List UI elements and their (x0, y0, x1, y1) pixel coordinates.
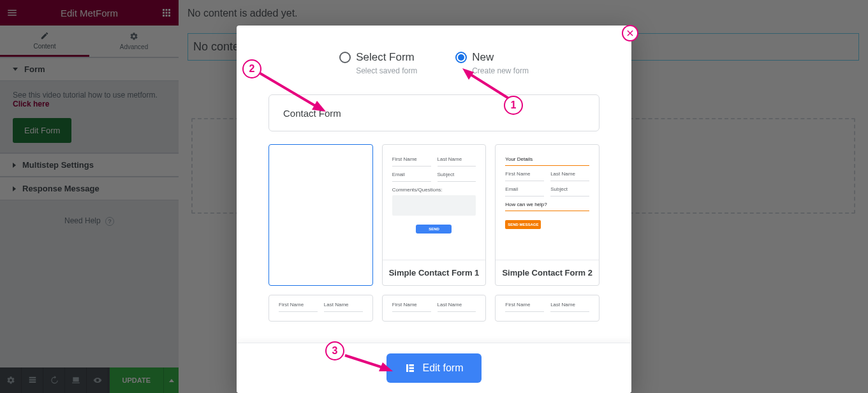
template-card[interactable]: First NameLast Name (382, 295, 487, 322)
template-card[interactable]: First NameLast Name (268, 295, 373, 322)
radio-checked-icon (455, 52, 467, 63)
templates-area: First NameLast Name EmailSubject Comment… (237, 131, 631, 343)
template-preview: First NameLast Name (269, 295, 372, 321)
template-simple-contact-2[interactable]: Your Details First NameLast Name EmailSu… (495, 144, 600, 286)
edit-form-submit-button[interactable]: Edit form (386, 353, 481, 383)
template-preview (269, 145, 372, 285)
form-mode-picker: Select Form Select saved form New Create… (237, 26, 631, 88)
close-modal-button[interactable] (622, 25, 638, 41)
form-picker-modal: Select Form Select saved form New Create… (237, 26, 631, 393)
template-preview: First NameLast Name EmailSubject Comment… (383, 145, 486, 260)
template-preview: First NameLast Name (496, 295, 599, 321)
radio-unchecked-icon (339, 52, 351, 63)
elementor-icon (404, 362, 416, 374)
template-card[interactable]: First NameLast Name (495, 295, 600, 322)
template-preview: First NameLast Name (383, 295, 486, 321)
template-preview: Your Details First NameLast Name EmailSu… (496, 145, 599, 260)
template-simple-contact-1[interactable]: First NameLast Name EmailSubject Comment… (382, 144, 487, 286)
form-name-field (268, 94, 600, 131)
option-new-form[interactable]: New Create new form (455, 51, 529, 75)
template-blank[interactable] (268, 144, 373, 286)
form-name-input[interactable] (268, 94, 600, 131)
option-select-form[interactable]: Select Form Select saved form (339, 51, 417, 75)
modal-footer: Edit form (237, 343, 631, 393)
